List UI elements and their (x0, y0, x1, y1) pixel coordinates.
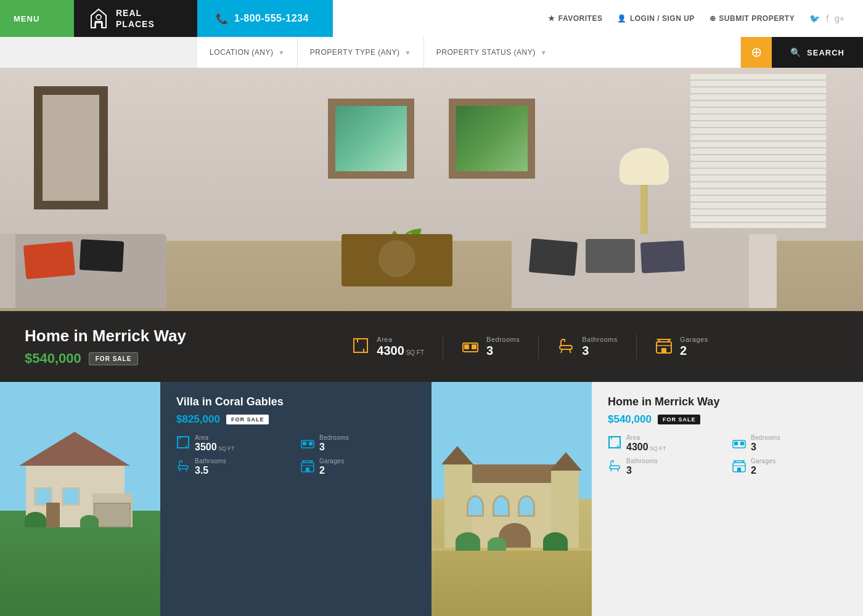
search-button[interactable]: 🔍 SEARCH (772, 37, 863, 68)
listings-row: Villa in Coral Gables $825,000 FOR SALE (0, 382, 863, 616)
svg-rect-17 (734, 442, 738, 445)
svg-rect-11 (309, 442, 313, 445)
listing-1-info: Villa in Coral Gables $825,000 FOR SALE (160, 382, 432, 616)
menu-button[interactable]: MENU (0, 0, 74, 37)
listing-card-2[interactable]: Home in Merrick Way $540,000 FOR SALE (432, 382, 863, 616)
googleplus-icon[interactable]: g+ (835, 14, 845, 23)
star-icon: ★ (548, 14, 555, 23)
bedrooms-icon (462, 337, 479, 357)
hero-for-sale-badge: FOR SALE (89, 352, 139, 365)
listing-2-bedrooms: Bedrooms 3 (732, 434, 847, 453)
stat-bathrooms: Bathrooms 3 (557, 336, 618, 358)
location-arrow: ▼ (278, 49, 284, 56)
brand-name: REAL PLACES (116, 7, 155, 30)
listing-1-area: Area 3500 SQ FT (176, 434, 291, 453)
hero-section: 🌿 (0, 68, 863, 382)
hero-property-stats: Area 4300 SQ FT (222, 334, 838, 359)
property-status-dropdown[interactable]: PROPERTY STATUS (ANY) ▼ (424, 37, 741, 68)
svg-rect-1 (354, 339, 367, 352)
property-status-arrow: ▼ (541, 49, 547, 56)
hero-property-title: Home in Merrick Way (25, 326, 197, 346)
submit-property-link[interactable]: ⊕ SUBMIT PROPERTY (710, 14, 795, 23)
listing-2-price: $540,000 (608, 413, 652, 426)
coffee-table (342, 234, 452, 286)
facebook-icon[interactable]: f (826, 14, 828, 23)
listing-bedrooms-icon (301, 436, 314, 452)
social-icons: 🐦 f g+ (809, 14, 845, 23)
property-type-dropdown[interactable]: PROPERTY TYPE (ANY) ▼ (298, 37, 424, 68)
hero-property-price: $540,000 (25, 351, 81, 367)
listing-garages-icon (301, 459, 314, 476)
header: MENU REAL PLACES 📞 1-800-555-1234 (0, 0, 863, 68)
left-couch (0, 234, 166, 308)
plus-icon: ⊕ (751, 44, 762, 60)
advanced-search-button[interactable]: ⊕ (741, 37, 772, 68)
listing-2-area: Area 4300 SQ FT (608, 434, 722, 453)
listing-1-stats: Area 3500 SQ FT (176, 434, 415, 476)
login-link[interactable]: 👤 LOGIN / SIGN UP (617, 14, 694, 23)
stat-garages: Garages 2 (655, 336, 708, 358)
listing-2-garages: Garages 2 (732, 458, 847, 476)
area-icon (352, 337, 369, 357)
stat-area: Area 4300 SQ FT (352, 336, 424, 358)
listing-1-badge: FOR SALE (226, 415, 269, 424)
svg-rect-14 (306, 468, 309, 472)
listing-1-garages: Garages 2 (301, 458, 415, 476)
window-blinds (690, 74, 826, 228)
search-bar: LOCATION (ANY) ▼ PROPERTY TYPE (ANY) ▼ P… (197, 37, 863, 68)
svg-rect-12 (178, 466, 188, 469)
listing-2-bathrooms: Bathrooms 3 (608, 458, 722, 476)
property-type-arrow: ▼ (404, 49, 411, 56)
twitter-icon[interactable]: 🐦 (809, 14, 820, 23)
listing-2-image (432, 382, 592, 616)
listing-1-bedrooms: Bedrooms 3 (301, 434, 415, 453)
favorites-link[interactable]: ★ FAVORITES (548, 14, 602, 23)
logo: REAL PLACES (74, 0, 197, 37)
listing-2-badge: FOR SALE (658, 415, 701, 424)
listing-area-icon (176, 436, 190, 452)
phone-number: 1-800-555-1234 (234, 13, 309, 24)
search-icon: 🔍 (790, 47, 801, 57)
submit-icon: ⊕ (710, 14, 716, 23)
svg-rect-18 (740, 442, 744, 445)
nav-links: ★ FAVORITES 👤 LOGIN / SIGN UP ⊕ SUBMIT P… (333, 0, 863, 37)
svg-rect-19 (610, 466, 620, 469)
svg-rect-8 (178, 437, 189, 448)
login-icon: 👤 (617, 14, 627, 23)
garages-icon (655, 337, 673, 357)
logo-icon (86, 6, 111, 31)
listing-2-stats: Area 4300 SQ FT (608, 434, 847, 476)
listing-card-1[interactable]: Villa in Coral Gables $825,000 FOR SALE (0, 382, 432, 616)
stat-bedrooms: Bedrooms 3 (462, 336, 520, 358)
location-dropdown[interactable]: LOCATION (ANY) ▼ (197, 37, 298, 68)
menu-label: MENU (14, 14, 39, 23)
svg-rect-10 (303, 442, 306, 445)
listing-bathrooms-icon (176, 459, 190, 476)
svg-rect-7 (661, 348, 666, 353)
listing-2-title: Home in Merrick Way (608, 395, 847, 408)
wall-art-2 (449, 99, 535, 179)
mirror-decor (34, 86, 108, 209)
phone-bar: 📞 1-800-555-1234 (197, 0, 333, 37)
phone-icon: 📞 (216, 13, 228, 25)
listing-1-image (0, 382, 160, 616)
svg-rect-3 (464, 344, 469, 349)
svg-rect-5 (560, 346, 572, 349)
listing-1-price: $825,000 (176, 413, 220, 426)
listing-2-bedrooms-icon (732, 436, 746, 452)
listing-2-bathrooms-icon (608, 459, 621, 476)
listing-2-garages-icon (732, 459, 746, 476)
svg-rect-21 (737, 468, 741, 472)
listings-section: Villa in Coral Gables $825,000 FOR SALE (0, 382, 863, 616)
svg-rect-4 (472, 344, 476, 349)
listing-2-info: Home in Merrick Way $540,000 FOR SALE (592, 382, 863, 616)
bathrooms-icon (557, 337, 575, 357)
page-wrapper: MENU REAL PLACES 📞 1-800-555-1234 (0, 0, 863, 616)
listing-2-area-icon (608, 436, 621, 452)
right-couch (512, 234, 777, 308)
wall-art-1 (328, 99, 414, 179)
listing-1-title: Villa in Coral Gables (176, 395, 415, 408)
hero-property-info: Home in Merrick Way $540,000 FOR SALE (0, 311, 863, 382)
listing-1-bathrooms: Bathrooms 3.5 (176, 458, 291, 476)
hero-property-title-area: Home in Merrick Way $540,000 FOR SALE (25, 326, 197, 367)
